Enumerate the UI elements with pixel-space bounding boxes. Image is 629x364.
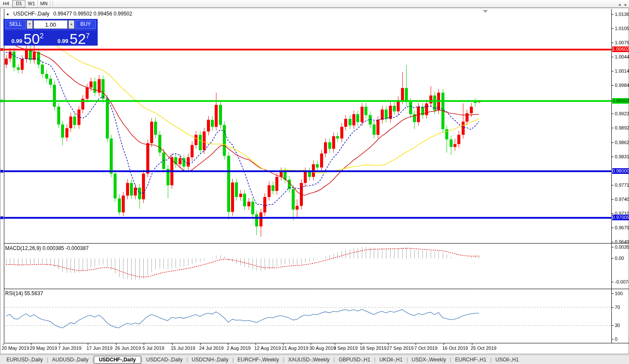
- date-label: 7 Oct 2019: [414, 345, 438, 351]
- toolbar-separator: [52, 1, 54, 6]
- timeframe-button-h4[interactable]: H4: [0, 0, 12, 7]
- date-label: 29 May 2019: [30, 345, 57, 351]
- tab-item[interactable]: USDCAD-,Daily: [142, 356, 187, 363]
- sell-button[interactable]: SELL: [5, 20, 26, 29]
- price-axis-label: 0.96490: [615, 239, 629, 244]
- sell-price-big: 50: [24, 33, 40, 45]
- date-label: 18 Sep 2019: [360, 345, 386, 351]
- tab-nav-arrows: ◂ ▸: [615, 2, 627, 7]
- price-axis-label: 0.98925: [615, 125, 629, 130]
- buy-price-big: 52: [70, 33, 86, 45]
- chart-tab-bar: EURUSD-,Daily|AUDUSD-,Daily|USDCHF-,Dail…: [0, 355, 629, 364]
- rsi-axis-label: 0: [615, 336, 617, 342]
- price-axis: 1.013601.010551.007501.004451.001400.998…: [611, 0, 629, 364]
- price-axis-label: 0.99840: [615, 83, 629, 88]
- tab-item[interactable]: USDX-,Weekly: [408, 356, 450, 363]
- price-line-label: 0.98000: [612, 168, 629, 174]
- price-axis-label: 0.97710: [615, 182, 629, 188]
- price-line-label: 1.00602: [612, 46, 629, 52]
- price-line-label: 0.97005: [612, 215, 629, 220]
- date-label: 30 Aug 2019: [309, 345, 336, 351]
- price-line-label: 0.99503: [612, 98, 629, 104]
- volume-input[interactable]: [34, 20, 68, 29]
- price-axis-label: 0.98315: [615, 154, 629, 159]
- date-label: 24 Jul 2019: [199, 345, 224, 351]
- price-axis-label: 1.01055: [615, 26, 629, 31]
- chart-title: ▲ USDCHF-,Daily 0.99477 0.99502 0.99456 …: [6, 11, 132, 17]
- tab-item[interactable]: EURCHF-,H1: [451, 356, 490, 363]
- tab-item[interactable]: AUDUSD-,Daily: [48, 356, 92, 363]
- sell-price-prefix: 0.99: [11, 37, 22, 45]
- tab-item[interactable]: XAUUSD-,Weekly: [284, 356, 333, 363]
- sell-price-button[interactable]: 0.99 50 2: [5, 30, 50, 46]
- tab-item[interactable]: USOil-,H1: [492, 356, 523, 363]
- one-click-trading-panel: SELL ▼ ▲ BUY 0.99 50 2 0.99 52 7: [3, 19, 98, 46]
- tab-item[interactable]: GBPUSD-,H1: [335, 356, 374, 363]
- terminal-window: H4 D1 W1 MN ▲ USDCHF-,Daily 0.99477 0.99…: [0, 0, 629, 364]
- date-label: 12 Aug 2019: [254, 345, 281, 351]
- date-label: 21 Aug 2019: [282, 345, 308, 351]
- date-label: 27 Sep 2019: [387, 345, 413, 351]
- macd-axis-label: 0.00: [615, 256, 624, 261]
- tab-item[interactable]: USDCNH-,Daily: [188, 356, 232, 363]
- sell-price-sup: 2: [40, 33, 44, 40]
- rsi-axis-label: 30: [615, 323, 620, 328]
- price-axis-label: 1.01360: [615, 12, 629, 17]
- date-label: 9 Sep 2019: [333, 345, 358, 351]
- collapse-triangle-icon[interactable]: ▲: [6, 12, 9, 16]
- tab-item[interactable]: UKOil-,H1: [376, 356, 407, 363]
- buy-price-button[interactable]: 0.99 52 7: [51, 30, 96, 46]
- macd-axis-label: -0.00749: [615, 279, 629, 284]
- date-label: 25 Oct 2019: [471, 345, 496, 351]
- timeframe-button-mn[interactable]: MN: [38, 0, 50, 7]
- date-label: 2 Aug 2019: [227, 345, 251, 351]
- date-label: 7 Jun 2019: [58, 345, 81, 351]
- buy-button[interactable]: BUY: [75, 20, 96, 29]
- tab-scroll-right-icon[interactable]: ▸: [625, 2, 627, 7]
- price-axis-label: 0.99230: [615, 111, 629, 116]
- tab-scroll-left-icon[interactable]: ◂: [618, 2, 620, 7]
- chart-ohlc-values: 0.99477 0.99502 0.99456 0.99502: [53, 11, 133, 17]
- buy-price-prefix: 0.99: [57, 37, 68, 45]
- price-axis-label: 0.98620: [615, 140, 629, 145]
- date-label: 20 May 2019: [2, 345, 29, 351]
- timeframe-button-w1[interactable]: W1: [25, 0, 38, 7]
- price-axis-label: 1.00445: [615, 54, 629, 59]
- date-label: 26 Jun 2019: [115, 345, 141, 351]
- volume-down-icon[interactable]: ▼: [27, 20, 33, 29]
- date-label: 5 Jul 2019: [142, 345, 164, 351]
- tab-item[interactable]: EURUSD-,Daily: [3, 356, 47, 363]
- price-axis-label: 1.00140: [615, 68, 629, 74]
- timeframe-toolbar: H4 D1 W1 MN: [0, 0, 629, 8]
- chart-symbol-label: USDCHF-,Daily: [13, 11, 49, 17]
- timeframe-button-d1[interactable]: D1: [12, 0, 25, 7]
- rsi-axis-label: 100: [615, 291, 623, 296]
- date-label: 15 Jul 2019: [171, 345, 195, 351]
- price-axis-label: 1.00750: [615, 40, 629, 45]
- date-label: 17 Jun 2019: [86, 345, 113, 351]
- price-axis-label: 0.97405: [615, 197, 629, 202]
- date-axis: 20 May 201929 May 20197 Jun 201917 Jun 2…: [0, 0, 611, 364]
- price-axis-label: 0.96795: [615, 225, 629, 230]
- buy-price-sup: 7: [86, 33, 90, 40]
- tab-item[interactable]: EURCHF-,Weekly: [234, 356, 283, 363]
- macd-axis-label: 0.003574: [615, 244, 629, 250]
- rsi-axis-label: 70: [615, 305, 620, 310]
- volume-up-icon[interactable]: ▲: [68, 20, 74, 29]
- date-label: 16 Oct 2019: [442, 345, 468, 351]
- tab-item[interactable]: USDCHF-,Daily: [94, 356, 141, 364]
